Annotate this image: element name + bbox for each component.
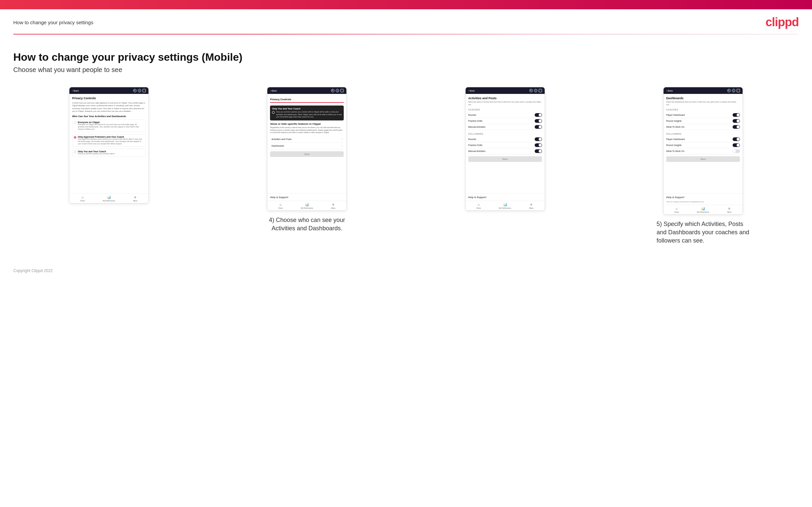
main-content: How to change your privacy settings (Mob… xyxy=(0,35,812,259)
breadcrumb: How to change your privacy settings xyxy=(13,19,93,25)
mob-back-1[interactable]: ‹ Back xyxy=(72,90,79,92)
option-only-you[interactable]: Only You and Your Coach Only you and the… xyxy=(72,149,146,157)
toggle-coaches-round-insights[interactable]: Round Insights xyxy=(666,118,740,124)
save-button-4[interactable]: Save xyxy=(666,156,740,162)
toggle-coaches-what-to-work[interactable]: What To Work On xyxy=(666,124,740,130)
nav-home-2[interactable]: ⌂ Home xyxy=(267,201,294,210)
menu-dots-icon-2[interactable]: ⋯ xyxy=(341,89,344,92)
help-support-2: Help & Support xyxy=(267,193,346,201)
toggle-followers-rounds[interactable]: Rounds xyxy=(468,136,542,143)
radio-approved[interactable] xyxy=(74,136,77,139)
nav-menu-3[interactable]: ≡ Menu xyxy=(518,201,544,210)
menu-dots-icon-3[interactable]: ⋯ xyxy=(539,89,542,92)
search-icon-2[interactable]: 🔍 xyxy=(331,89,335,92)
group-coaches-4: COACHES xyxy=(666,109,740,111)
footer: Copyright Clippd 2022 xyxy=(0,259,812,280)
mob-icons-3: 🔍 👤 ⋯ xyxy=(529,89,542,92)
mob-content-4: Dashboards Select the dashboards that yo… xyxy=(664,94,743,193)
toggle-followers-rounds-switch[interactable] xyxy=(535,137,542,141)
tab-privacy-controls[interactable]: Privacy Controls xyxy=(270,97,291,103)
hamburger-icon-4: ≡ xyxy=(728,207,730,210)
search-icon-3[interactable]: 🔍 xyxy=(529,89,533,92)
save-button-3[interactable]: Save xyxy=(468,156,542,162)
mob-back-3[interactable]: ‹ Back xyxy=(468,90,475,92)
screenshots-grid: ‹ Back 🔍 👤 ⋯ Privacy Controls Control ho… xyxy=(13,87,799,245)
group-followers-3: FOLLOWERS xyxy=(468,133,542,135)
logo: clippd xyxy=(765,15,799,29)
nav-performance-label-2: My Performance xyxy=(301,207,313,209)
page-heading: How to change your privacy settings (Mob… xyxy=(13,51,799,63)
toggle-coaches-player-dash-switch[interactable] xyxy=(732,113,740,117)
nav-home-1[interactable]: ⌂ Home xyxy=(69,194,96,203)
who-can-see-title: Who Can See Your Activities and Dashboar… xyxy=(72,115,146,118)
toggle-followers-drills[interactable]: Practice Drills xyxy=(468,143,542,148)
mob-icons-2: 🔍 👤 ⋯ xyxy=(331,89,344,92)
radio-everyone[interactable] xyxy=(74,121,77,124)
group-followers-4: FOLLOWERS xyxy=(666,133,740,135)
nav-performance-3[interactable]: 📊 My Performance xyxy=(492,201,518,210)
profile-icon-2[interactable]: 👤 xyxy=(336,89,339,92)
toggle-coaches-manual-switch[interactable] xyxy=(535,125,542,129)
mob-icons-4: 🔍 👤 ⋯ xyxy=(727,89,740,92)
menu-dots-icon-4[interactable]: ⋯ xyxy=(737,89,740,92)
nav-home-3[interactable]: ⌂ Home xyxy=(466,201,492,210)
nav-menu-4[interactable]: ≡ Menu xyxy=(716,205,743,214)
nav-menu-1[interactable]: ≡ Menu xyxy=(122,194,148,203)
menu-dots-icon[interactable]: ⋯ xyxy=(143,89,146,92)
mob-back-2[interactable]: ‹ Back xyxy=(270,90,276,92)
save-button-2[interactable]: Save xyxy=(270,151,344,157)
option-only-you-label: Only You and Your Coach xyxy=(78,150,115,153)
option-approved-desc: Only approved followers and coaches you … xyxy=(78,138,144,145)
list-item-dashboards[interactable]: Dashboards › xyxy=(270,143,344,149)
nav-home-4[interactable]: ⌂ Home xyxy=(664,205,690,214)
toggle-followers-what-to-work[interactable]: What To Work On xyxy=(666,148,740,154)
mobile-frame-2: ‹ Back 🔍 👤 ⋯ Privacy Controls xyxy=(267,87,347,211)
profile-icon-4[interactable]: 👤 xyxy=(732,89,735,92)
toggle-coaches-rounds[interactable]: Rounds xyxy=(468,112,542,118)
toggle-coaches-drills-switch[interactable] xyxy=(535,119,542,123)
home-icon-4: ⌂ xyxy=(676,207,678,210)
option-approved[interactable]: Only Approved Followers and Your Coach O… xyxy=(72,134,146,147)
screenshot-col-4: ‹ Back 🔍 👤 ⋯ Dashboards Select the dashb… xyxy=(607,87,799,245)
mob-back-4[interactable]: ‹ Back xyxy=(666,90,673,92)
nav-home-label-4: Home xyxy=(674,211,679,213)
toggle-followers-manual[interactable]: Manual Activities xyxy=(468,148,542,154)
search-icon[interactable]: 🔍 xyxy=(133,89,137,92)
toggle-followers-manual-switch[interactable] xyxy=(535,149,542,153)
home-icon-2: ⌂ xyxy=(280,203,282,206)
option-only-you-desc: Only you and the coaches you connect wit… xyxy=(78,153,115,155)
toggle-coaches-round-insights-switch[interactable] xyxy=(732,119,740,123)
option-everyone[interactable]: Everyone on Clippd Everyone on Clippd ca… xyxy=(72,119,146,132)
toggle-coaches-what-to-work-switch[interactable] xyxy=(732,125,740,129)
header: How to change your privacy settings clip… xyxy=(0,9,812,34)
profile-icon[interactable]: 👤 xyxy=(138,89,141,92)
nav-performance-4[interactable]: 📊 My Performance xyxy=(690,205,716,214)
radio-only-you[interactable] xyxy=(74,151,77,153)
toggle-coaches-rounds-switch[interactable] xyxy=(535,113,542,117)
toggle-followers-round-insights[interactable]: Round Insights xyxy=(666,143,740,148)
toggle-coaches-manual[interactable]: Manual Activities xyxy=(468,124,542,130)
profile-icon-3[interactable]: 👤 xyxy=(534,89,537,92)
mob-bottom-nav-2: ⌂ Home 📊 My Performance ≡ Menu xyxy=(267,201,346,210)
toggle-followers-player-dash[interactable]: Player Dashboard xyxy=(666,136,740,143)
help-support-label-4: Help & Support xyxy=(664,193,743,201)
search-icon-4[interactable]: 🔍 xyxy=(727,89,731,92)
privacy-controls-title: Privacy Controls xyxy=(72,97,146,100)
nav-home-label-3: Home xyxy=(476,207,481,209)
mob-bottom-nav-4: ⌂ Home 📊 My Performance ≡ Menu xyxy=(664,205,743,214)
list-item-activities[interactable]: Activities and Posts › xyxy=(270,136,344,143)
nav-performance-2[interactable]: 📊 My Performance xyxy=(294,201,320,210)
nav-performance-1[interactable]: 📊 My Performance xyxy=(96,194,122,203)
toggle-followers-round-insights-switch[interactable] xyxy=(732,143,740,147)
performance-icon-2: 📊 xyxy=(305,203,309,206)
toggle-followers-player-dash-switch[interactable] xyxy=(732,137,740,141)
help-label-4: Help & Support xyxy=(666,196,684,199)
toggle-coaches-drills[interactable]: Practice Drills xyxy=(468,118,542,124)
screenshot-col-2: ‹ Back 🔍 👤 ⋯ Privacy Controls xyxy=(211,87,403,233)
list-item-dashboards-label: Dashboards xyxy=(271,145,284,147)
toggle-coaches-player-dash[interactable]: Player Dashboard xyxy=(666,112,740,118)
nav-menu-2[interactable]: ≡ Menu xyxy=(320,201,346,210)
mob-top-bar-3: ‹ Back 🔍 👤 ⋯ xyxy=(466,87,545,94)
toggle-followers-drills-switch[interactable] xyxy=(535,143,542,147)
toggle-followers-what-to-work-switch[interactable] xyxy=(732,149,740,153)
